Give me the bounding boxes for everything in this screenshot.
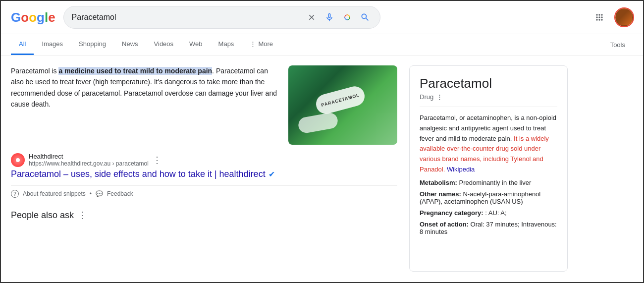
tab-maps[interactable]: Maps <box>211 34 242 55</box>
tab-more[interactable]: ⋮ More <box>242 34 281 55</box>
kp-field-onset: Onset of action: Oral: 37 minutes; Intra… <box>420 221 557 235</box>
kp-description: Paracetamol, or acetaminophen, is a non-… <box>420 113 557 175</box>
about-featured-snippets-link[interactable]: About featured snippets <box>23 190 86 197</box>
feedback-icon: 💬 <box>96 190 103 197</box>
wikipedia-link[interactable]: Wikipedia <box>447 166 475 173</box>
header-right <box>590 7 633 27</box>
source-name: Healthdirect <box>29 153 149 160</box>
search-icons <box>305 10 372 24</box>
kp-title: Paracetamol <box>420 76 557 91</box>
verified-icon: ✔ <box>268 170 275 179</box>
paa-options-button[interactable]: ⋮ <box>78 210 87 221</box>
snippet-paragraph: Paracetamol is a medicine used to treat … <box>11 65 278 110</box>
kp-field-pregnancy: Pregnancy category: : AU: A; <box>420 209 557 217</box>
people-also-ask-title: People also ask <box>11 210 74 221</box>
tab-news[interactable]: News <box>114 34 146 55</box>
feedback-link[interactable]: Feedback <box>107 190 133 197</box>
source-favicon <box>11 153 25 167</box>
tab-videos[interactable]: Videos <box>146 34 182 55</box>
main-content: Paracetamol is a medicine used to treat … <box>1 56 643 282</box>
tools-button[interactable]: Tools <box>602 35 633 55</box>
snippet-text: Paracetamol is a medicine used to treat … <box>11 65 278 145</box>
people-also-ask-section: People also ask ⋮ <box>11 210 397 221</box>
source-info: Healthdirect https://www.healthdirect.go… <box>11 153 397 167</box>
kp-options-button[interactable]: ⋮ <box>436 93 443 101</box>
google-apps-button[interactable] <box>590 7 609 27</box>
lens-search-button[interactable] <box>340 10 354 24</box>
kp-type: Drug ⋮ <box>420 93 557 101</box>
kp-field-other-names: Other names: N-acetyl-para-aminophenol (… <box>420 190 557 205</box>
tab-all[interactable]: All <box>11 34 34 55</box>
user-avatar[interactable] <box>615 8 633 26</box>
pill-image-2 <box>297 112 339 134</box>
knowledge-panel: Paracetamol Drug ⋮ Paracetamol, or aceta… <box>409 65 568 272</box>
snippet-meta: ? About featured snippets • 💬 Feedback <box>11 185 397 202</box>
kp-divider <box>420 107 557 107</box>
result-title-link[interactable]: Paracetamol – uses, side effects and how… <box>11 169 266 179</box>
result-link: Paracetamol – uses, side effects and how… <box>11 169 397 179</box>
search-input[interactable] <box>72 13 301 22</box>
tab-shopping[interactable]: Shopping <box>71 34 114 55</box>
source-url[interactable]: https://www.healthdirect.gov.au › parace… <box>29 160 149 167</box>
nav-tabs: All Images Shopping News Videos Web Maps… <box>1 34 643 56</box>
search-bar <box>63 6 380 29</box>
featured-snippet: Paracetamol is a medicine used to treat … <box>11 65 397 145</box>
search-button[interactable] <box>358 10 372 24</box>
pill-image-text: PARACETAMOL <box>314 84 367 116</box>
source-options-button[interactable]: ⋮ <box>153 155 161 166</box>
kp-field-metabolism: Metabolism: Predominantly in the liver <box>420 179 557 186</box>
tab-images[interactable]: Images <box>34 34 71 55</box>
google-logo[interactable]: Google <box>11 10 55 25</box>
results-column: Paracetamol is a medicine used to treat … <box>11 65 397 272</box>
help-icon: ? <box>11 190 19 198</box>
voice-search-button[interactable] <box>322 10 336 24</box>
tab-web[interactable]: Web <box>181 34 211 55</box>
snippet-image: PARACETAMOL <box>288 65 397 145</box>
clear-button[interactable] <box>305 10 319 24</box>
header: Google <box>1 1 643 34</box>
